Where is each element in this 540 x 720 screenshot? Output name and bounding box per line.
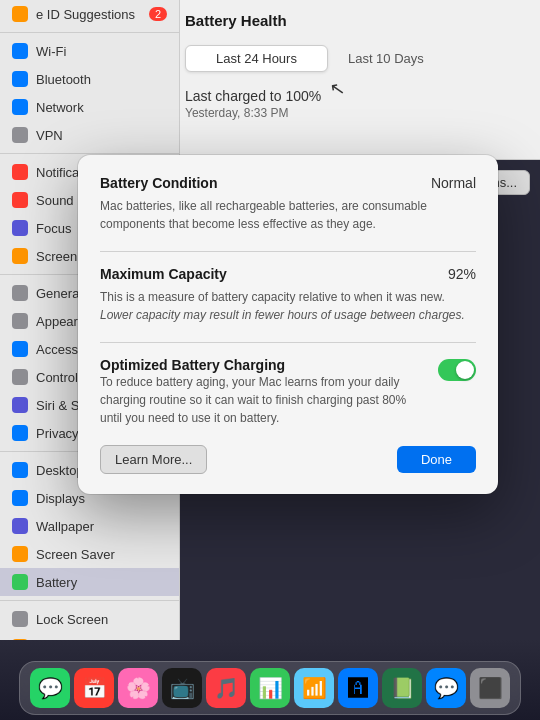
divider-1 [100, 251, 476, 252]
optimized-charging-body: To reduce battery aging, your Mac learns… [100, 373, 428, 427]
optimized-charging-title: Optimized Battery Charging [100, 357, 428, 373]
dock-icon-appstore[interactable]: 🅰 [338, 668, 378, 708]
dock-icon-messenger[interactable]: 💬 [426, 668, 466, 708]
dock-icon-photos[interactable]: 🌸 [118, 668, 158, 708]
done-button[interactable]: Done [397, 446, 476, 473]
dock-icon-messages[interactable]: 💬 [30, 668, 70, 708]
modal-footer: Learn More... Done [100, 445, 476, 474]
dock-icon-excel[interactable]: 📗 [382, 668, 422, 708]
maximum-capacity-body-italic: Lower capacity may result in fewer hours… [100, 308, 465, 322]
divider-2 [100, 342, 476, 343]
toggle-knob [456, 361, 474, 379]
battery-condition-title: Battery Condition [100, 175, 217, 191]
maximum-capacity-section: Maximum Capacity 92% This is a measure o… [100, 266, 476, 324]
maximum-capacity-body-text: This is a measure of battery capacity re… [100, 290, 445, 304]
dock-icon-charts[interactable]: 📊 [250, 668, 290, 708]
dock-icon-music[interactable]: 🎵 [206, 668, 246, 708]
battery-condition-section: Battery Condition Normal Mac batteries, … [100, 175, 476, 233]
battery-condition-body: Mac batteries, like all rechargeable bat… [100, 197, 476, 233]
dock-area: 💬 📅 🌸 📺 🎵 📊 📶 🅰 📗 💬 ⬛ [0, 640, 540, 720]
modal-overlay: Battery Condition Normal Mac batteries, … [0, 0, 540, 720]
optimized-charging-toggle[interactable] [438, 359, 476, 381]
battery-condition-modal: Battery Condition Normal Mac batteries, … [78, 155, 498, 494]
maximum-capacity-value: 92% [448, 266, 476, 282]
battery-condition-value: Normal [431, 175, 476, 191]
dock-icon-grid[interactable]: ⬛ [470, 668, 510, 708]
dock-icon-appletv[interactable]: 📺 [162, 668, 202, 708]
optimized-charging-section: Optimized Battery Charging To reduce bat… [100, 357, 476, 427]
optimized-charging-container: Optimized Battery Charging To reduce bat… [100, 357, 476, 427]
maximum-capacity-header: Maximum Capacity 92% [100, 266, 476, 282]
optimized-charging-text: Optimized Battery Charging To reduce bat… [100, 357, 428, 427]
maximum-capacity-body: This is a measure of battery capacity re… [100, 288, 476, 324]
battery-condition-header: Battery Condition Normal [100, 175, 476, 191]
maximum-capacity-title: Maximum Capacity [100, 266, 227, 282]
dock-icon-signal[interactable]: 📶 [294, 668, 334, 708]
learn-more-button[interactable]: Learn More... [100, 445, 207, 474]
dock-icon-calendar[interactable]: 📅 [74, 668, 114, 708]
dock-bar: 💬 📅 🌸 📺 🎵 📊 📶 🅰 📗 💬 ⬛ [19, 661, 521, 715]
